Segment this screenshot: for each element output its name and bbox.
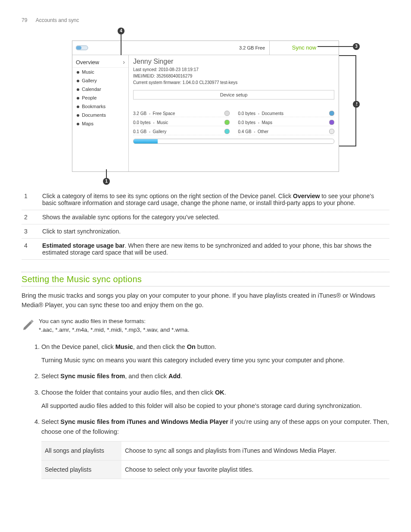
legend-num: 1 [22,189,40,210]
option-label: Selected playlists [41,460,121,479]
device-panel-main: Jenny Singer Last synced: 2010-08-23 18:… [129,55,339,171]
callout-1: 1 [103,178,110,185]
step-3: Choose the folder that contains your aud… [41,388,389,411]
legend-text: Estimated storage usage bar. When there … [40,239,389,260]
legend-num: 4 [22,239,40,260]
callout-lead [106,169,107,178]
storage-row: 0.0 bytes - Documents [238,110,335,117]
legend-text: Shows the available sync options for the… [40,210,389,224]
callout-2: 2 [353,101,360,108]
steps-list: On the Device panel, click Music, and th… [41,342,389,479]
device-panel-sidebar: Overview › MusicGalleryCalendarPeopleBoo… [72,55,129,171]
storage-row: 3.2 GB - Free Space [133,110,230,117]
callout-4: 4 [118,28,125,34]
legend-row-4: 4 Estimated storage usage bar. When ther… [22,239,389,260]
storage-row: 0.0 bytes - Maps [238,119,335,126]
storage-row: 0.1 GB - Gallery [133,128,230,135]
free-space-label: 3.2 GB Free [132,41,270,55]
imei-meid: IMEI/MEID: 352668040016279 [133,73,334,79]
callout-lead [339,55,356,56]
storage-usage-bar [133,139,334,144]
device-name: Jenny Singer [133,58,334,65]
legend-num: 2 [22,210,40,224]
device-panel: 3.2 GB Free Sync now Overview › MusicGal… [72,40,339,172]
legend-text: Click a category of items to see its syn… [40,189,389,210]
storage-grid: 3.2 GB - Free Space0.0 bytes - Documents… [133,110,334,144]
section-heading: Setting the Music sync options [22,273,389,286]
device-panel-topbar: 3.2 GB Free Sync now [72,41,339,55]
option-row-2: Selected playlists Choose to select only… [41,460,389,479]
sidebar-item[interactable]: People [72,93,128,102]
legend-row-3: 3 Click to start synchronization. [22,224,389,239]
sync-now-button[interactable]: Sync now [270,41,339,55]
sidebar-item[interactable]: Music [72,68,128,76]
storage-row: 0.4 GB - Other [238,128,335,135]
firmware: Current system firmware: 1.04.0.0 CL2309… [133,79,334,86]
pencil-icon [22,317,34,332]
option-desc: Choose to select only your favorite play… [121,460,389,479]
section-title: Accounts and sync [36,17,79,23]
options-table: All songs and playlists Choose to sync a… [41,441,389,479]
option-row-1: All songs and playlists Choose to sync a… [41,442,389,460]
sidebar-item[interactable]: Documents [72,111,128,119]
note-box: You can sync audio files in these format… [22,317,389,335]
note-line-2: *.aac, *.amr, *.m4a, *.mid, *.midi, *.mp… [39,326,189,334]
legend-num: 3 [22,224,40,239]
connection-toggle[interactable] [72,45,132,51]
chevron-right-icon: › [123,59,125,65]
callout-lead [355,55,356,146]
callout-lead [339,146,356,146]
sidebar-item[interactable]: Gallery [72,76,128,85]
step-1: On the Device panel, click Music, and th… [41,342,389,365]
page-number: 79 [22,17,34,23]
svg-rect-1 [76,46,81,50]
sidebar-item[interactable]: Bookmarks [72,102,128,111]
sidebar-overview[interactable]: Overview › [72,57,128,68]
last-synced: Last synced: 2010-08-23 18:19:17 [133,66,334,73]
legend-row-2: 2 Shows the available sync options for t… [22,210,389,224]
device-setup-button[interactable]: Device setup [133,90,334,100]
legend-row-1: 1 Click a category of items to see its s… [22,189,389,210]
callout-legend-table: 1 Click a category of items to see its s… [22,189,389,260]
note-line-1: You can sync audio files in these format… [39,317,189,326]
section-heading-block: Setting the Music sync options [22,272,389,287]
device-panel-figure: 4 3 2 1 3.2 GB Free Sync now Overview › … [72,40,339,172]
step-2: Select Sync music files from, and then c… [41,371,389,381]
step-3-sub: All supported audio files added to this … [41,401,389,411]
legend-text: Click to start synchronization. [40,224,389,239]
step-1-sub: Turning Music sync on means you want thi… [41,355,389,365]
page-header: 79 Accounts and sync [22,17,389,23]
option-label: All songs and playlists [41,442,121,460]
sidebar-item[interactable]: Calendar [72,85,128,93]
storage-row: 0.0 bytes - Music [133,119,230,126]
intro-paragraph: Bring the music tracks and songs you pla… [22,291,389,310]
step-4: Select Sync music files from iTunes and … [41,417,389,479]
sidebar-overview-label: Overview [76,59,99,65]
callout-lead [121,34,121,55]
callout-lead [318,46,356,47]
sidebar-item[interactable]: Maps [72,119,128,128]
option-desc: Choose to sync all songs and playlists f… [121,442,389,460]
